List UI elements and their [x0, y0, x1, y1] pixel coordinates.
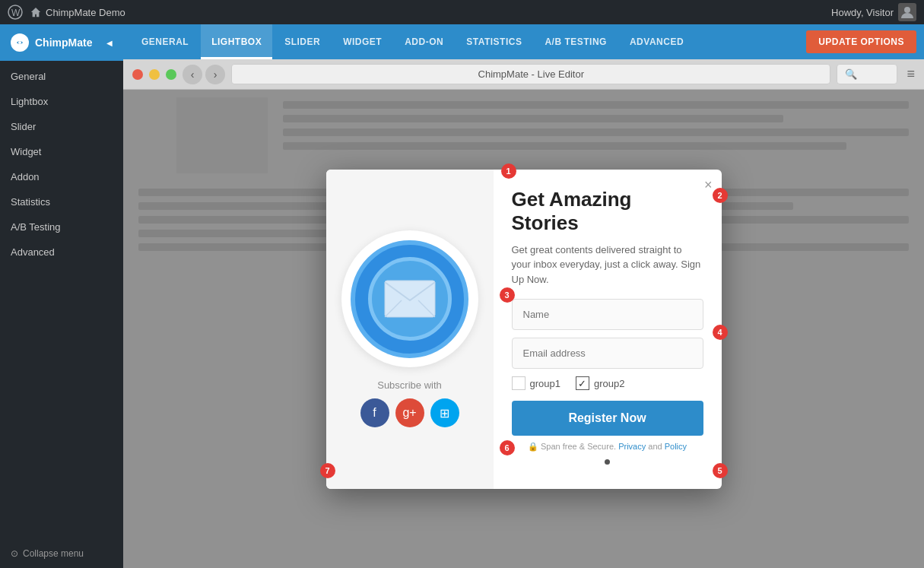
popup: Subscribe with f g+ ⊞ × Get Amazin: [326, 170, 722, 489]
site-name: ChimpMate Demo: [30, 7, 125, 18]
email-icon: [383, 279, 437, 319]
browser-menu-icon[interactable]: ≡: [907, 66, 915, 82]
overlay: 1 2 3 4 5 6 7: [123, 90, 924, 568]
badge-6: 6: [500, 440, 515, 455]
popup-wrapper: 1 2 3 4 5 6 7: [326, 170, 722, 489]
tab-lightbox[interactable]: LIGHTBOX: [201, 24, 272, 59]
tab-addon[interactable]: ADD-ON: [394, 24, 454, 59]
popup-left-panel: Subscribe with f g+ ⊞: [326, 170, 494, 489]
user-avatar-icon: [898, 3, 916, 21]
policy-link[interactable]: Policy: [665, 442, 687, 451]
group2-checkbox-item[interactable]: group2: [576, 376, 624, 390]
sidebar-item-slider[interactable]: Slider: [0, 114, 123, 139]
browser-search-bar[interactable]: 🔍: [837, 64, 897, 84]
sidebar: ChimpMate ◀ General Lightbox Slider Widg…: [0, 24, 123, 568]
privacy-link[interactable]: Privacy: [618, 442, 646, 451]
email-input[interactable]: [512, 338, 703, 369]
collapse-arrow-left-icon: ⊙: [11, 548, 18, 559]
browser-close-dot[interactable]: [132, 69, 143, 80]
checkboxes-group: group1 group2: [512, 376, 703, 390]
group2-label: group2: [594, 378, 624, 389]
badge-7: 7: [320, 463, 335, 478]
popup-description: Get great contents delivered straight to…: [512, 243, 703, 287]
name-input[interactable]: [512, 299, 703, 330]
howdy-text: Howdy, Visitor: [831, 3, 916, 21]
popup-close-button[interactable]: ×: [704, 177, 713, 193]
secure-text: 🔒 Span free & Secure. Privacy and Policy: [512, 442, 703, 452]
sidebar-item-advanced[interactable]: Advanced: [0, 240, 123, 265]
browser-minimize-dot[interactable]: [149, 69, 160, 80]
home-icon: [30, 7, 41, 17]
google-plus-icon[interactable]: g+: [395, 398, 424, 427]
badge-3: 3: [500, 287, 515, 303]
svg-point-3: [904, 7, 910, 13]
update-options-button[interactable]: UPDATE OPTIONS: [806, 30, 916, 53]
sidebar-nav: General Lightbox Slider Widget Addon Sta…: [0, 61, 123, 539]
badge-4: 4: [713, 325, 728, 340]
tab-widget[interactable]: WIDGET: [332, 24, 392, 59]
browser-area: ‹ › ChimpMate - Live Editor 🔍 ≡: [123, 59, 924, 568]
group1-checkbox-item[interactable]: group1: [512, 376, 560, 390]
tab-statistics[interactable]: STATISTICS: [456, 24, 532, 59]
tab-general[interactable]: GENERAL: [131, 24, 199, 59]
browser-page: 1 2 3 4 5 6 7: [123, 90, 924, 568]
main-content: GENERAL LIGHTBOX SLIDER WIDGET ADD-ON ST…: [123, 24, 924, 568]
dot-navigation: [512, 459, 703, 465]
browser-url-bar[interactable]: ChimpMate - Live Editor: [231, 64, 830, 84]
tabs-bar: GENERAL LIGHTBOX SLIDER WIDGET ADD-ON ST…: [123, 24, 924, 59]
email-icon-circle-outer: [341, 230, 478, 367]
brand-icon: [11, 33, 29, 52]
collapse-label: Collapse menu: [23, 548, 84, 559]
sidebar-item-general[interactable]: General: [0, 64, 123, 89]
svg-rect-5: [385, 281, 435, 317]
main-layout: ChimpMate ◀ General Lightbox Slider Widg…: [0, 24, 924, 568]
group2-checkbox[interactable]: [576, 376, 589, 390]
svg-point-4: [18, 41, 21, 44]
tab-advanced[interactable]: ADVANCED: [619, 24, 694, 59]
sidebar-collapse-arrow-icon: ◀: [106, 39, 113, 47]
collapse-menu-button[interactable]: ⊙ Collapse menu: [0, 539, 123, 568]
register-button[interactable]: Register Now: [512, 401, 703, 436]
badge-2: 2: [713, 188, 728, 203]
admin-bar: W ChimpMate Demo Howdy, Visitor: [0, 0, 924, 24]
dot-1[interactable]: [605, 459, 610, 465]
group1-checkbox[interactable]: [512, 376, 526, 390]
badge-1: 1: [501, 163, 516, 179]
lock-icon: 🔒: [528, 442, 538, 451]
browser-nav-buttons: ‹ ›: [183, 65, 225, 84]
sidebar-item-widget[interactable]: Widget: [0, 139, 123, 164]
sidebar-item-statistics[interactable]: Statistics: [0, 189, 123, 214]
sidebar-brand[interactable]: ChimpMate ◀: [0, 24, 123, 61]
brand-label: ChimpMate: [35, 36, 92, 49]
search-icon: 🔍: [845, 68, 857, 80]
popup-title: Get Amazing Stories: [512, 188, 703, 235]
tab-ab-testing[interactable]: A/B TESTING: [534, 24, 618, 59]
email-icon-circle-mid: [351, 240, 468, 358]
browser-maximize-dot[interactable]: [166, 69, 176, 80]
browser-forward-button[interactable]: ›: [205, 65, 225, 84]
group1-label: group1: [530, 378, 560, 389]
microsoft-icon[interactable]: ⊞: [430, 398, 459, 427]
wp-logo-icon: W: [8, 5, 23, 20]
browser-chrome: ‹ › ChimpMate - Live Editor 🔍 ≡: [123, 59, 924, 90]
email-icon-circle-inner: [368, 257, 452, 341]
sidebar-item-addon[interactable]: Addon: [0, 164, 123, 189]
badge-5: 5: [713, 463, 728, 478]
sidebar-item-ab-testing[interactable]: A/B Testing: [0, 214, 123, 240]
social-icons: f g+ ⊞: [360, 398, 459, 427]
sidebar-item-lightbox[interactable]: Lightbox: [0, 89, 123, 114]
popup-right-panel: × Get Amazing Stories Get great contents…: [494, 170, 722, 489]
tab-slider[interactable]: SLIDER: [274, 24, 331, 59]
browser-back-button[interactable]: ‹: [183, 65, 202, 84]
subscribe-text: Subscribe with: [377, 379, 442, 391]
chimpmate-icon: [14, 37, 25, 48]
facebook-icon[interactable]: f: [360, 398, 389, 427]
svg-text:W: W: [11, 8, 21, 18]
